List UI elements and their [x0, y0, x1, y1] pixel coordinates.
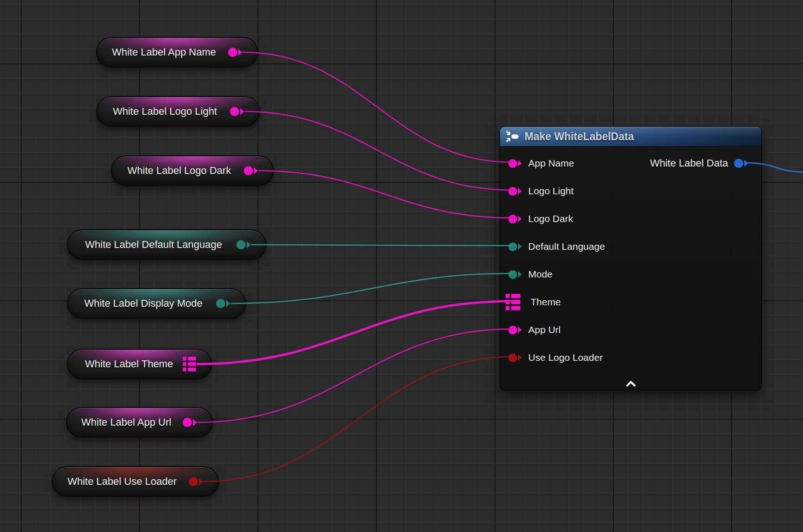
output-pin-label: White Label Data	[650, 157, 728, 169]
getter-pin-wrap	[211, 299, 230, 308]
input-pin[interactable]	[508, 159, 517, 168]
output-pin-arrow	[199, 478, 203, 485]
input-pin[interactable]	[508, 242, 517, 251]
variable-getter-node[interactable]: White Label Theme	[67, 349, 212, 379]
collapse-node-button[interactable]	[623, 380, 639, 388]
output-pin[interactable]	[189, 477, 198, 486]
variable-getter-label: White Label Default Language	[75, 240, 232, 250]
output-pin[interactable]	[230, 107, 239, 116]
input-pin-arrow	[518, 354, 522, 361]
output-pin[interactable]	[228, 48, 237, 57]
input-pin-label: Logo Light	[528, 186, 574, 197]
blueprint-graph-canvas[interactable]: White Label App NameWhite Label Logo Lig…	[0, 0, 803, 532]
variable-getter-label: White Label App Name	[105, 47, 223, 57]
input-pin[interactable]	[508, 326, 517, 334]
input-pin-label: App Name	[528, 158, 574, 169]
struct-pin-icon[interactable]	[183, 357, 196, 371]
getter-pin-wrap	[223, 48, 242, 57]
output-pin-arrow	[254, 167, 258, 174]
output-pin[interactable]	[216, 299, 225, 308]
input-pin-label: Logo Dark	[528, 213, 573, 224]
make-struct-node[interactable]: Make WhiteLabelData App NameLogo LightLo…	[500, 126, 762, 391]
input-pin-label: Use Logo Loader	[528, 352, 603, 363]
input-pin[interactable]	[508, 270, 517, 279]
output-pin-arrow	[240, 108, 244, 115]
output-pin-arrow	[744, 160, 748, 167]
input-pin-arrow	[518, 216, 522, 222]
input-pin-row: Logo Dark	[500, 205, 761, 233]
variable-getter-label: White Label Logo Light	[105, 106, 225, 117]
make-node-title: Make WhiteLabelData	[525, 131, 634, 142]
variable-getter-node[interactable]: White Label App Name	[96, 37, 258, 68]
input-pin-label: Default Language	[528, 241, 605, 252]
getter-pin-wrap	[239, 166, 258, 175]
variable-getter-node[interactable]: White Label Display Mode	[67, 288, 246, 319]
input-pin-arrow	[518, 327, 522, 333]
variable-getter-label: White Label Display Mode	[75, 298, 211, 309]
output-pin-arrow	[247, 241, 251, 248]
variable-getter-node[interactable]: White Label Use Loader	[52, 466, 219, 497]
input-pin-arrow	[518, 188, 522, 194]
getter-pin-wrap	[232, 240, 251, 249]
getter-pin-wrap	[184, 477, 203, 486]
variable-getter-label: White Label App Url	[74, 417, 178, 427]
variable-getter-label: White Label Logo Dark	[119, 166, 239, 176]
chevron-up-icon	[626, 381, 636, 387]
input-pin-row: Default Language	[500, 233, 761, 260]
input-pin-label: Theme	[531, 297, 561, 308]
output-pin[interactable]	[236, 240, 246, 249]
getter-pin-wrap	[183, 357, 196, 371]
input-pin-row: Theme	[500, 288, 761, 316]
output-pin[interactable]	[244, 166, 253, 175]
input-pin-label: Mode	[528, 269, 553, 280]
output-pin[interactable]	[183, 418, 192, 427]
make-node-header[interactable]: Make WhiteLabelData	[500, 127, 761, 147]
input-pin-row: App Url	[500, 316, 761, 344]
input-pin-row: Mode	[500, 260, 761, 288]
output-pin-arrow	[226, 300, 230, 307]
input-pin-arrow	[518, 243, 522, 250]
output-pin-arrow	[193, 419, 197, 426]
input-pin-arrow	[518, 271, 522, 278]
input-pin[interactable]	[508, 353, 517, 362]
variable-getter-label: White Label Use Loader	[60, 476, 184, 487]
getter-pin-wrap	[178, 418, 197, 427]
variable-getter-label: White Label Theme	[75, 359, 183, 369]
getter-pin-wrap	[225, 107, 244, 116]
struct-pin-icon[interactable]	[506, 294, 520, 310]
input-pin-label: App Url	[528, 324, 561, 335]
output-pin[interactable]	[734, 159, 743, 168]
make-struct-icon	[506, 130, 519, 142]
input-pin-row: Logo Light	[500, 177, 761, 205]
output-pin-arrow	[238, 49, 242, 56]
output-pin-row: White Label Data	[650, 156, 748, 170]
variable-getter-node[interactable]: White Label Default Language	[67, 229, 266, 260]
input-pin-arrow	[518, 160, 522, 167]
input-pin-row: Use Logo Loader	[500, 344, 761, 371]
variable-getter-node[interactable]: White Label Logo Dark	[111, 155, 274, 186]
node-layer: White Label App NameWhite Label Logo Lig…	[0, 0, 803, 532]
variable-getter-node[interactable]: White Label App Url	[66, 407, 213, 438]
input-pin[interactable]	[508, 187, 517, 196]
input-pin[interactable]	[508, 215, 517, 223]
variable-getter-node[interactable]: White Label Logo Light	[96, 96, 260, 127]
